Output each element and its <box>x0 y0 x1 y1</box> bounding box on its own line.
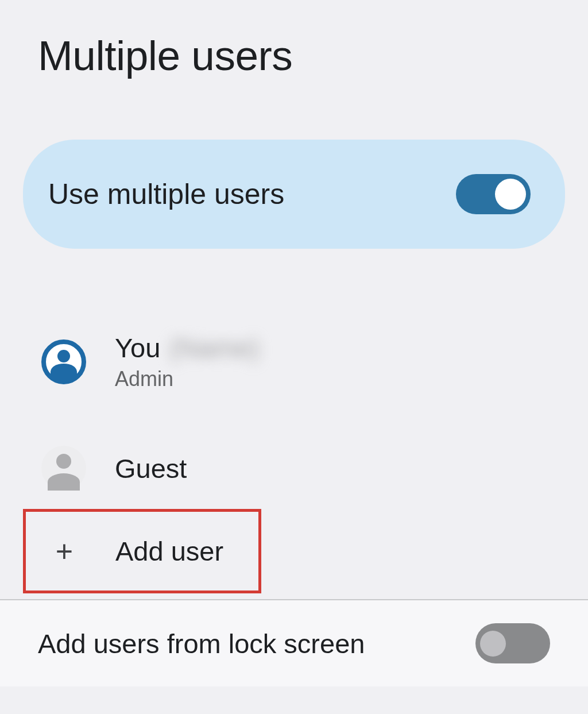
switch-thumb-icon <box>480 631 506 657</box>
avatar-icon <box>41 339 86 384</box>
page-title: Multiple users <box>0 0 588 79</box>
avatar-icon <box>41 446 86 491</box>
user-row-you[interactable]: You (Name) Admin <box>0 315 588 408</box>
user-role: Admin <box>115 367 260 391</box>
user-list: You (Name) Admin Guest + Add user <box>0 315 588 593</box>
add-user-label: Add user <box>115 535 223 567</box>
user-row-guest[interactable]: Guest <box>0 429 588 508</box>
user-name: You <box>115 332 160 364</box>
add-user-button[interactable]: + Add user <box>23 509 261 593</box>
user-name: Guest <box>115 453 187 484</box>
add-users-lock-screen-label: Add users from lock screen <box>38 628 365 659</box>
plus-icon: + <box>42 529 87 574</box>
add-users-lock-screen-row[interactable]: Add users from lock screen <box>38 623 550 663</box>
add-users-lock-screen-switch[interactable] <box>475 623 550 663</box>
use-multiple-users-label: Use multiple users <box>48 177 284 211</box>
lock-screen-section: Add users from lock screen <box>0 600 588 686</box>
user-name-extra: (Name) <box>169 332 260 364</box>
switch-thumb-icon <box>495 179 526 210</box>
use-multiple-users-row[interactable]: Use multiple users <box>23 140 565 249</box>
use-multiple-users-switch[interactable] <box>456 174 531 214</box>
